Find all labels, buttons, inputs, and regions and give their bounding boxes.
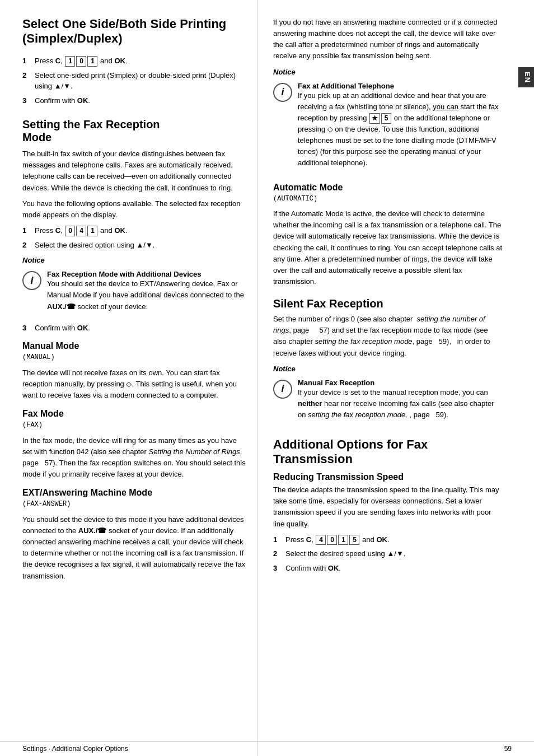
notice3-title: Manual Fax Reception bbox=[298, 379, 503, 387]
notice2-label: Notice bbox=[273, 68, 503, 76]
notice2-body: If you pick up at an additional device a… bbox=[298, 90, 503, 169]
ext-mode-subtitle: (FAX-ANSWER) bbox=[22, 499, 246, 510]
manual-mode-subtitle: (MANUAL) bbox=[22, 352, 246, 363]
step-2-1: 1 Press C, 041 and OK. bbox=[22, 225, 246, 236]
section2-title: Setting the Fax ReceptionMode bbox=[22, 118, 246, 144]
reducing-step-2: 2 Select the desired speed using ▲/▼. bbox=[273, 548, 503, 559]
notice3-body: If your device is set to the manual rece… bbox=[298, 387, 503, 421]
auto-mode-title: Automatic Mode bbox=[273, 183, 503, 193]
reducing-title: Reducing Transmission Speed bbox=[273, 472, 503, 482]
notice2-content: Fax at Additional Telephone If you pick … bbox=[298, 82, 503, 174]
step-1-3: 3 Confirm with OK. bbox=[22, 95, 246, 106]
step-2-2: 2 Select the desired option using ▲/▼. bbox=[22, 240, 246, 251]
fax-transmission-title: Additional Options for FaxTransmission bbox=[273, 437, 503, 466]
section2-body2: You have the following options available… bbox=[22, 198, 246, 221]
notice1-icon: i bbox=[22, 271, 41, 290]
reducing-step-1: 1 Press C, 4015 and OK. bbox=[273, 534, 503, 545]
notice1-box: i Fax Reception Mode with Additional Dev… bbox=[22, 270, 246, 316]
notice3-box: i Manual Fax Reception If your device is… bbox=[273, 379, 503, 425]
notice1-content: Fax Reception Mode with Additional Devic… bbox=[47, 270, 246, 316]
fax-mode-subtitle: (FAX) bbox=[22, 420, 246, 431]
auto-mode-subtitle: (AUTOMATIC) bbox=[273, 194, 503, 204]
ext-continued: If you do not have an answering machine … bbox=[273, 17, 503, 62]
manual-mode-body: The device will not receive faxes on its… bbox=[22, 367, 246, 401]
right-column: If you do not have an answering machine … bbox=[257, 0, 518, 756]
notice1-body: You should set the device to EXT/Answeri… bbox=[47, 278, 246, 312]
section1-steps: 1 Press C, 101 and OK. 2 Select one-side… bbox=[22, 55, 246, 106]
fax-mode-body: In the fax mode, the device will ring fo… bbox=[22, 435, 246, 480]
fax-mode-title: Fax Mode bbox=[22, 409, 246, 419]
section2-steps: 1 Press C, 041 and OK. 2 Select the desi… bbox=[22, 225, 246, 250]
step-2-3: 3 Confirm with OK. bbox=[22, 323, 246, 334]
footer-right: 59 bbox=[504, 745, 512, 753]
footer-left: Settings · Additional Copier Options bbox=[22, 745, 128, 753]
auto-mode-body: If the Automatic Mode is active, the dev… bbox=[273, 208, 503, 287]
section2-step3-list: 3 Confirm with OK. bbox=[22, 323, 246, 334]
main-title: Select One Side/Both Side Printing (Simp… bbox=[22, 17, 246, 46]
notice1-title: Fax Reception Mode with Additional Devic… bbox=[47, 270, 246, 278]
page-footer: Settings · Additional Copier Options 59 bbox=[0, 741, 534, 756]
reducing-steps: 1 Press C, 4015 and OK. 2 Select the des… bbox=[273, 534, 503, 574]
en-language-tab: EN bbox=[518, 67, 534, 87]
notice2-box: i Fax at Additional Telephone If you pic… bbox=[273, 82, 503, 174]
reducing-body: The device adapts the transmission speed… bbox=[273, 484, 503, 530]
notice3-icon: i bbox=[273, 380, 292, 399]
step-1-2: 2 Select one-sided print (Simplex) or do… bbox=[22, 70, 246, 92]
manual-mode-title: Manual Mode bbox=[22, 341, 246, 351]
reducing-step-3: 3 Confirm with OK. bbox=[273, 563, 503, 574]
section2-body1: The built-in fax switch of your device d… bbox=[22, 148, 246, 194]
page-wrapper: EN Select One Side/Both Side Printing (S… bbox=[0, 0, 534, 756]
notice2-title: Fax at Additional Telephone bbox=[298, 82, 503, 90]
silent-fax-title: Silent Fax Reception bbox=[273, 297, 503, 310]
notice3-content: Manual Fax Reception If your device is s… bbox=[298, 379, 503, 425]
notice3-label: Notice bbox=[273, 365, 503, 373]
left-column: Select One Side/Both Side Printing (Simp… bbox=[0, 0, 257, 756]
ext-mode-title: EXT/Answering Machine Mode bbox=[22, 488, 246, 498]
notice2-icon: i bbox=[273, 83, 292, 102]
step-1-1: 1 Press C, 101 and OK. bbox=[22, 55, 246, 67]
silent-fax-body: Set the number of rings 0 (see also chap… bbox=[273, 314, 503, 359]
ext-mode-body: You should set the device to this mode i… bbox=[22, 514, 246, 582]
notice1-label: Notice bbox=[22, 256, 246, 264]
